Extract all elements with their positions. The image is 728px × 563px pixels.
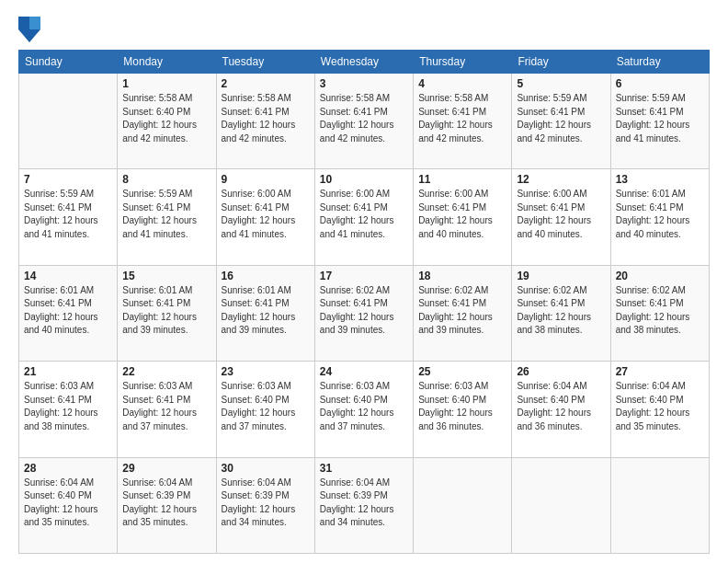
logo (18, 17, 44, 42)
header-cell-sunday: Sunday (19, 51, 118, 74)
day-cell: 6Sunrise: 5:59 AM Sunset: 6:41 PM Daylig… (610, 74, 709, 169)
day-info: Sunrise: 5:58 AM Sunset: 6:40 PM Dayligh… (122, 92, 210, 145)
week-row-5: 28Sunrise: 6:04 AM Sunset: 6:40 PM Dayli… (19, 457, 710, 553)
day-number: 23 (222, 365, 310, 378)
day-cell: 12Sunrise: 6:00 AM Sunset: 6:41 PM Dayli… (512, 169, 610, 265)
day-info: Sunrise: 6:01 AM Sunset: 6:41 PM Dayligh… (24, 284, 112, 338)
day-cell: 13Sunrise: 6:01 AM Sunset: 6:41 PM Dayli… (610, 169, 709, 265)
day-number: 16 (222, 270, 310, 282)
day-cell: 15Sunrise: 6:01 AM Sunset: 6:41 PM Dayli… (118, 265, 216, 361)
day-cell: 14Sunrise: 6:01 AM Sunset: 6:41 PM Dayli… (19, 265, 118, 361)
day-info: Sunrise: 6:00 AM Sunset: 6:41 PM Dayligh… (222, 188, 310, 241)
day-number: 26 (517, 365, 605, 378)
logo-icon (18, 17, 40, 42)
day-info: Sunrise: 5:59 AM Sunset: 6:41 PM Dayligh… (122, 188, 210, 241)
day-number: 12 (517, 173, 605, 186)
day-info: Sunrise: 6:02 AM Sunset: 6:41 PM Dayligh… (517, 284, 605, 338)
day-cell: 27Sunrise: 6:04 AM Sunset: 6:40 PM Dayli… (610, 362, 709, 457)
header-cell-thursday: Thursday (414, 51, 512, 74)
day-cell: 9Sunrise: 6:00 AM Sunset: 6:41 PM Daylig… (216, 169, 314, 265)
day-cell (19, 74, 118, 169)
day-cell: 25Sunrise: 6:03 AM Sunset: 6:40 PM Dayli… (414, 362, 512, 457)
day-info: Sunrise: 6:02 AM Sunset: 6:41 PM Dayligh… (320, 284, 408, 338)
day-number: 6 (616, 77, 704, 90)
day-number: 18 (418, 270, 506, 282)
day-info: Sunrise: 6:01 AM Sunset: 6:41 PM Dayligh… (222, 284, 310, 338)
day-info: Sunrise: 6:03 AM Sunset: 6:40 PM Dayligh… (418, 380, 506, 433)
day-number: 8 (122, 173, 210, 186)
day-info: Sunrise: 6:04 AM Sunset: 6:40 PM Dayligh… (616, 380, 704, 433)
day-number: 28 (24, 462, 112, 475)
day-cell: 5Sunrise: 5:59 AM Sunset: 6:41 PM Daylig… (512, 74, 610, 169)
day-number: 19 (517, 270, 605, 282)
day-cell: 20Sunrise: 6:02 AM Sunset: 6:41 PM Dayli… (610, 265, 709, 361)
day-cell: 31Sunrise: 6:04 AM Sunset: 6:39 PM Dayli… (314, 457, 413, 553)
day-info: Sunrise: 6:03 AM Sunset: 6:41 PM Dayligh… (122, 380, 210, 433)
day-cell (610, 457, 709, 553)
day-number: 7 (24, 173, 112, 186)
day-number: 24 (320, 365, 408, 378)
day-info: Sunrise: 6:03 AM Sunset: 6:40 PM Dayligh… (222, 380, 310, 433)
day-number: 25 (418, 365, 506, 378)
day-cell: 29Sunrise: 6:04 AM Sunset: 6:39 PM Dayli… (118, 457, 216, 553)
day-number: 22 (122, 365, 210, 378)
day-info: Sunrise: 6:04 AM Sunset: 6:40 PM Dayligh… (24, 477, 112, 530)
day-cell: 23Sunrise: 6:03 AM Sunset: 6:40 PM Dayli… (216, 362, 314, 457)
day-cell: 2Sunrise: 5:58 AM Sunset: 6:41 PM Daylig… (216, 74, 314, 169)
day-cell: 24Sunrise: 6:03 AM Sunset: 6:40 PM Dayli… (314, 362, 413, 457)
day-info: Sunrise: 6:00 AM Sunset: 6:41 PM Dayligh… (517, 188, 605, 241)
header-cell-saturday: Saturday (610, 51, 709, 74)
day-number: 30 (222, 462, 310, 475)
header (18, 17, 710, 42)
day-info: Sunrise: 6:03 AM Sunset: 6:41 PM Dayligh… (24, 380, 112, 433)
day-cell: 30Sunrise: 6:04 AM Sunset: 6:39 PM Dayli… (216, 457, 314, 553)
week-row-3: 14Sunrise: 6:01 AM Sunset: 6:41 PM Dayli… (19, 265, 710, 361)
day-cell: 1Sunrise: 5:58 AM Sunset: 6:40 PM Daylig… (118, 74, 216, 169)
week-row-4: 21Sunrise: 6:03 AM Sunset: 6:41 PM Dayli… (19, 362, 710, 457)
day-number: 3 (320, 77, 408, 90)
day-cell: 3Sunrise: 5:58 AM Sunset: 6:41 PM Daylig… (314, 74, 413, 169)
page: SundayMondayTuesdayWednesdayThursdayFrid… (0, 0, 728, 563)
day-cell: 7Sunrise: 5:59 AM Sunset: 6:41 PM Daylig… (19, 169, 118, 265)
day-info: Sunrise: 6:04 AM Sunset: 6:40 PM Dayligh… (517, 380, 605, 433)
day-cell: 11Sunrise: 6:00 AM Sunset: 6:41 PM Dayli… (414, 169, 512, 265)
day-info: Sunrise: 5:58 AM Sunset: 6:41 PM Dayligh… (222, 92, 310, 145)
day-cell (414, 457, 512, 553)
day-info: Sunrise: 6:04 AM Sunset: 6:39 PM Dayligh… (122, 477, 210, 530)
header-row: SundayMondayTuesdayWednesdayThursdayFrid… (19, 51, 710, 74)
day-cell: 22Sunrise: 6:03 AM Sunset: 6:41 PM Dayli… (118, 362, 216, 457)
day-cell: 17Sunrise: 6:02 AM Sunset: 6:41 PM Dayli… (314, 265, 413, 361)
svg-marker-1 (29, 17, 40, 29)
day-info: Sunrise: 6:02 AM Sunset: 6:41 PM Dayligh… (616, 284, 704, 338)
day-number: 14 (24, 270, 112, 282)
day-number: 13 (616, 173, 704, 186)
day-info: Sunrise: 6:03 AM Sunset: 6:40 PM Dayligh… (320, 380, 408, 433)
week-row-2: 7Sunrise: 5:59 AM Sunset: 6:41 PM Daylig… (19, 169, 710, 265)
day-cell: 4Sunrise: 5:58 AM Sunset: 6:41 PM Daylig… (414, 74, 512, 169)
day-info: Sunrise: 5:59 AM Sunset: 6:41 PM Dayligh… (616, 92, 704, 145)
day-number: 1 (122, 77, 210, 90)
day-info: Sunrise: 6:00 AM Sunset: 6:41 PM Dayligh… (320, 188, 408, 241)
day-number: 11 (418, 173, 506, 186)
header-cell-tuesday: Tuesday (216, 51, 314, 74)
day-number: 10 (320, 173, 408, 186)
day-number: 15 (122, 270, 210, 282)
day-info: Sunrise: 6:04 AM Sunset: 6:39 PM Dayligh… (222, 477, 310, 530)
header-cell-friday: Friday (512, 51, 610, 74)
day-number: 4 (418, 77, 506, 90)
calendar-table: SundayMondayTuesdayWednesdayThursdayFrid… (18, 50, 710, 554)
day-number: 5 (517, 77, 605, 90)
day-info: Sunrise: 5:59 AM Sunset: 6:41 PM Dayligh… (24, 188, 112, 241)
day-number: 17 (320, 270, 408, 282)
day-info: Sunrise: 6:02 AM Sunset: 6:41 PM Dayligh… (418, 284, 506, 338)
day-cell: 19Sunrise: 6:02 AM Sunset: 6:41 PM Dayli… (512, 265, 610, 361)
day-info: Sunrise: 6:01 AM Sunset: 6:41 PM Dayligh… (122, 284, 210, 338)
day-cell: 10Sunrise: 6:00 AM Sunset: 6:41 PM Dayli… (314, 169, 413, 265)
day-info: Sunrise: 6:00 AM Sunset: 6:41 PM Dayligh… (418, 188, 506, 241)
day-info: Sunrise: 6:04 AM Sunset: 6:39 PM Dayligh… (320, 477, 408, 530)
day-cell: 21Sunrise: 6:03 AM Sunset: 6:41 PM Dayli… (19, 362, 118, 457)
day-number: 31 (320, 462, 408, 475)
day-info: Sunrise: 5:58 AM Sunset: 6:41 PM Dayligh… (418, 92, 506, 145)
day-cell: 16Sunrise: 6:01 AM Sunset: 6:41 PM Dayli… (216, 265, 314, 361)
day-info: Sunrise: 5:58 AM Sunset: 6:41 PM Dayligh… (320, 92, 408, 145)
